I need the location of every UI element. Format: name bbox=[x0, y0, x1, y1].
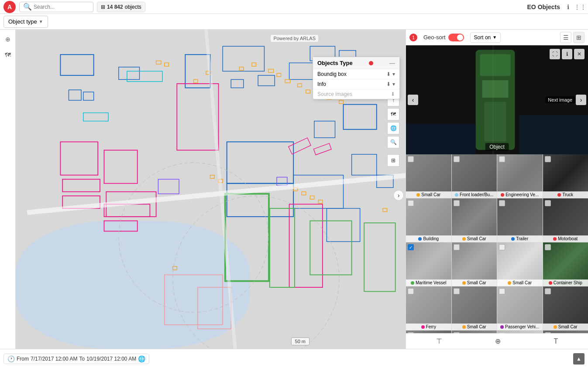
thumbnail-cell[interactable]: ✓Maritime Vessel bbox=[406, 242, 452, 286]
thumbnail-cell[interactable]: Container Ship bbox=[543, 242, 588, 286]
time-badge: 🕐 From 7/17/2017 12:00 AM To 10/19/2017 … bbox=[3, 354, 149, 364]
grid-icon: ⊞ bbox=[101, 4, 105, 10]
thumbnail-cell[interactable] bbox=[452, 331, 498, 333]
selection-count-badge: 1 bbox=[409, 34, 417, 41]
map-style-icon[interactable]: 🗺 bbox=[387, 108, 399, 120]
thumbnail-checkbox[interactable] bbox=[499, 156, 505, 162]
map-extra-controls: ↑ 🗺 🌐 🔍 bbox=[387, 94, 399, 148]
thumbnail-cell[interactable] bbox=[497, 331, 543, 333]
thumbnail-checkbox[interactable] bbox=[545, 156, 551, 162]
download-icon[interactable]: ⬇ bbox=[386, 71, 391, 77]
thumbnail-cell[interactable] bbox=[543, 331, 588, 333]
thumbnail-cell[interactable]: Small Car bbox=[543, 286, 588, 330]
app-logo[interactable]: A bbox=[3, 1, 16, 13]
preview-prev-button[interactable]: ‹ bbox=[408, 95, 418, 105]
type-dot bbox=[557, 193, 561, 197]
thumbnail-checkbox[interactable] bbox=[545, 332, 551, 333]
thumbnail-checkbox[interactable]: ✓ bbox=[408, 244, 414, 250]
thumbnail-cell[interactable]: Front loader/Bu... bbox=[452, 154, 498, 198]
thumbnail-cell[interactable]: Ferry bbox=[406, 286, 452, 330]
thumbnail-row: BuildingSmall CarTrailerMotorboat bbox=[406, 198, 588, 242]
thumbnail-cell[interactable]: Motorboat bbox=[543, 198, 588, 242]
powered-by-label: Powered by ARLAS bbox=[271, 35, 318, 42]
list-view-button[interactable]: ☰ bbox=[560, 32, 571, 43]
thumbnail-checkbox[interactable] bbox=[408, 156, 414, 162]
map-next-arrow[interactable]: › bbox=[393, 190, 404, 201]
type-dot bbox=[462, 325, 466, 329]
filter-bar: Object type ▼ bbox=[0, 14, 588, 30]
expand-icon[interactable]: ▾ bbox=[392, 71, 395, 77]
globe-switch-icon[interactable]: 🌐 bbox=[387, 122, 399, 134]
source-download-icon[interactable]: ⬇ bbox=[391, 91, 395, 97]
layers-icon[interactable]: ⊞ bbox=[387, 154, 399, 167]
thumbnail-row: ✓Maritime VesselSmall CarSmall CarContai… bbox=[406, 242, 588, 286]
thumbnail-cell[interactable]: Building bbox=[406, 198, 452, 242]
objects-count-badge: ⊞ 14 842 objects bbox=[97, 2, 145, 12]
info-download-icon[interactable]: ⬇ bbox=[386, 81, 391, 87]
panel-fit-icon[interactable]: ⊤ bbox=[436, 337, 442, 345]
grid-view-button[interactable]: ⊞ bbox=[573, 32, 585, 43]
thumbnail-checkbox[interactable] bbox=[408, 332, 414, 333]
panel-center-icon[interactable]: ⊕ bbox=[495, 337, 501, 345]
thumbnail-checkbox[interactable] bbox=[408, 200, 414, 206]
popup-row-bounding: Boundig box ⬇ ▾ bbox=[313, 69, 399, 79]
svg-rect-68 bbox=[480, 54, 511, 76]
type-dot bbox=[462, 237, 466, 241]
sort-on-dropdown[interactable]: Sort on ▼ bbox=[470, 32, 501, 43]
sidebar-map-icon[interactable]: 🗺 bbox=[2, 49, 14, 61]
thumbnail-cell[interactable]: Small Car bbox=[497, 242, 543, 286]
info-icon[interactable]: ℹ bbox=[564, 3, 572, 11]
globe-icon: 🌐 bbox=[138, 355, 145, 362]
object-type-filter[interactable]: Object type ▼ bbox=[3, 16, 48, 28]
zoom-area-icon[interactable]: 🔍 bbox=[387, 136, 399, 148]
preview-expand-icon[interactable]: ⛶ bbox=[550, 49, 560, 59]
thumbnail-cell[interactable]: Trailer bbox=[497, 198, 543, 242]
popup-close-icon[interactable]: — bbox=[389, 60, 395, 66]
thumbnail-cell[interactable]: Passenger Vehi... bbox=[497, 286, 543, 330]
popup-header: Objects Type — bbox=[313, 57, 399, 69]
collapse-timeline-button[interactable]: ▲ bbox=[573, 353, 585, 365]
preview-next-button[interactable]: › bbox=[576, 95, 586, 105]
thumbnail-checkbox[interactable] bbox=[454, 288, 460, 294]
thumbnail-checkbox[interactable] bbox=[499, 244, 505, 250]
map-area[interactable]: Powered by ARLAS Objects Type — Boundig … bbox=[16, 30, 406, 349]
preview-info-icon[interactable]: ℹ bbox=[562, 49, 572, 59]
thumbnail-checkbox[interactable] bbox=[454, 244, 460, 250]
thumbnail-cell[interactable]: Engineering Ve... bbox=[497, 154, 543, 198]
thumbnail-cell[interactable]: Truck bbox=[543, 154, 588, 198]
thumbnail-checkbox[interactable] bbox=[499, 332, 505, 333]
sort-chevron-icon: ▼ bbox=[492, 35, 497, 40]
type-dot bbox=[500, 325, 504, 329]
thumbnail-cell[interactable]: Small Car bbox=[452, 286, 498, 330]
thumbnail-checkbox[interactable] bbox=[545, 288, 551, 294]
thumbnail-checkbox[interactable] bbox=[454, 200, 460, 206]
thumbnail-cell[interactable]: Small Car bbox=[406, 154, 452, 198]
view-icons-group: ☰ ⊞ bbox=[560, 32, 585, 43]
geo-sort-toggle[interactable] bbox=[448, 34, 464, 41]
thumbnail-checkbox[interactable] bbox=[499, 200, 505, 206]
scale-bar: 50 m bbox=[291, 337, 309, 345]
popup-info-icons: ⬇ ▾ bbox=[386, 81, 395, 87]
thumbnail-checkbox[interactable] bbox=[408, 288, 414, 294]
thumbnail-checkbox[interactable] bbox=[545, 244, 551, 250]
popup-source-icons: ⬇ bbox=[391, 91, 395, 97]
thumbnail-row: FerrySmall CarPassenger Vehi...Small Car bbox=[406, 286, 588, 331]
app-grid-icon[interactable]: ⋮⋮ bbox=[576, 3, 585, 11]
sidebar-layers-icon[interactable]: ⊕ bbox=[2, 33, 14, 45]
thumbnail-checkbox[interactable] bbox=[545, 200, 551, 206]
thumbnail-checkbox[interactable] bbox=[454, 156, 460, 162]
water-area bbox=[16, 221, 250, 349]
panel-text-icon[interactable]: T bbox=[554, 337, 558, 345]
thumbnail-checkbox[interactable] bbox=[499, 288, 505, 294]
thumbnail-label: Engineering Ve... bbox=[497, 191, 543, 198]
thumbnail-cell[interactable]: Small Car bbox=[452, 198, 498, 242]
thumbnail-label: Building bbox=[406, 235, 451, 242]
thumbnail-cell[interactable]: Small Car bbox=[452, 242, 498, 286]
thumbnail-checkbox[interactable] bbox=[454, 332, 460, 333]
thumbnail-cell[interactable] bbox=[406, 331, 452, 333]
type-dot bbox=[508, 281, 511, 285]
preview-close-icon[interactable]: ✕ bbox=[574, 49, 585, 59]
search-input[interactable] bbox=[34, 4, 90, 10]
info-expand-icon[interactable]: ▾ bbox=[392, 81, 395, 87]
search-box[interactable]: 🔍 bbox=[19, 2, 93, 12]
